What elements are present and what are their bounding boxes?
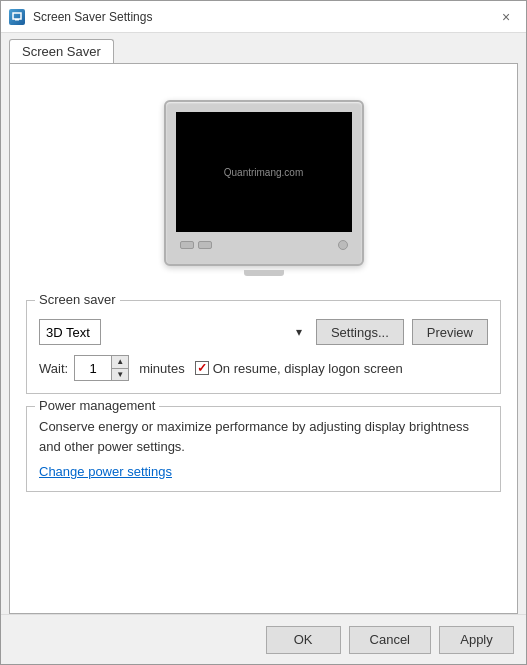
- logon-checkbox-area: ✓ On resume, display logon screen: [195, 361, 403, 376]
- screensaver-select-row: 3D Text (None) Blank Bubbles Mystify Pho…: [39, 319, 488, 345]
- wait-row: Wait: ▲ ▼ minutes ✓ On resume, display l…: [39, 355, 488, 381]
- monitor-power-led: [338, 240, 348, 250]
- monitor-buttons: [180, 241, 212, 249]
- monitor-btn-1: [180, 241, 194, 249]
- monitor-screen: Quantrimang.com: [176, 112, 352, 232]
- checkbox-check-mark: ✓: [197, 362, 207, 374]
- logon-checkbox[interactable]: ✓: [195, 361, 209, 375]
- ok-button[interactable]: OK: [266, 626, 341, 654]
- spinner-buttons: ▲ ▼: [111, 356, 128, 380]
- monitor-body: Quantrimang.com: [164, 100, 364, 266]
- tab-bar: Screen Saver: [1, 33, 526, 63]
- power-group-title: Power management: [35, 398, 159, 413]
- content-area: Quantrimang.com Screen saver: [9, 63, 518, 614]
- screensaver-select-wrapper: 3D Text (None) Blank Bubbles Mystify Pho…: [39, 319, 308, 345]
- monitor-btn-2: [198, 241, 212, 249]
- monitor: Quantrimang.com: [164, 100, 364, 276]
- change-power-settings-link[interactable]: Change power settings: [39, 464, 172, 479]
- spinner-down-button[interactable]: ▼: [112, 369, 128, 381]
- screensaver-group: Screen saver 3D Text (None) Blank Bubble…: [26, 300, 501, 394]
- svg-rect-1: [15, 19, 19, 21]
- close-button[interactable]: ×: [494, 5, 518, 29]
- power-description: Conserve energy or maximize performance …: [39, 417, 488, 456]
- preview-button[interactable]: Preview: [412, 319, 488, 345]
- minutes-label: minutes: [139, 361, 185, 376]
- app-icon: [9, 9, 25, 25]
- screen-saver-settings-dialog: Screen Saver Settings × Screen Saver Qua…: [0, 0, 527, 665]
- monitor-stand: [244, 270, 284, 276]
- monitor-preview-container: Quantrimang.com: [26, 80, 501, 300]
- wait-input[interactable]: [75, 356, 111, 380]
- screensaver-select[interactable]: 3D Text (None) Blank Bubbles Mystify Pho…: [39, 319, 101, 345]
- spinner-up-button[interactable]: ▲: [112, 356, 128, 369]
- screensaver-group-title: Screen saver: [35, 292, 120, 307]
- tab-screen-saver[interactable]: Screen Saver: [9, 39, 114, 63]
- bottom-bar: OK Cancel Apply: [1, 614, 526, 664]
- power-group: Power management Conserve energy or maxi…: [26, 406, 501, 492]
- logon-checkbox-label: On resume, display logon screen: [213, 361, 403, 376]
- wait-label: Wait:: [39, 361, 68, 376]
- monitor-screen-text: Quantrimang.com: [224, 167, 303, 178]
- settings-button[interactable]: Settings...: [316, 319, 404, 345]
- dialog-title: Screen Saver Settings: [33, 10, 494, 24]
- cancel-button[interactable]: Cancel: [349, 626, 431, 654]
- monitor-base-area: [176, 240, 352, 250]
- svg-rect-0: [13, 13, 21, 19]
- wait-spinner: ▲ ▼: [74, 355, 129, 381]
- apply-button[interactable]: Apply: [439, 626, 514, 654]
- title-bar: Screen Saver Settings ×: [1, 1, 526, 33]
